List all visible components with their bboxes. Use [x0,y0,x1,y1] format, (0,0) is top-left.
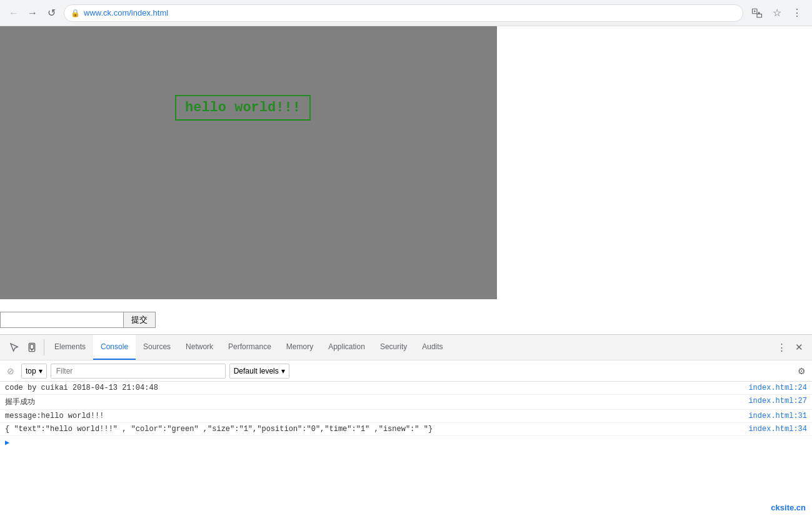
devtools-close-button[interactable]: ✕ [791,339,807,355]
devtools-panel: Elements Console Sources Network Perform… [0,334,812,449]
address-bar[interactable]: 🔒 www.ck.com/index.html [64,4,743,22]
tab-elements[interactable]: Elements [47,335,93,360]
tab-audits[interactable]: Audits [414,335,450,360]
bookmark-button[interactable]: ☆ [768,4,786,22]
device-toolbar-button[interactable] [24,339,40,355]
console-row-4-content: { "text":"hello world!!!" , "color":"gre… [5,425,743,434]
console-row-3-link[interactable]: index.html:31 [748,412,807,420]
console-row-4-link[interactable]: index.html:34 [748,425,807,434]
levels-label: Default levels [234,367,279,375]
tab-performance[interactable]: Performance [221,335,279,360]
devtools-more-button[interactable]: ⋮ [773,339,789,355]
tab-security[interactable]: Security [373,335,414,360]
console-prompt: ▶ [0,436,812,449]
inspect-element-button[interactable] [6,339,23,355]
tab-application[interactable]: Application [321,335,373,360]
console-row-2-content: 握手成功 [5,397,743,407]
url-path: index.html [131,8,168,17]
levels-dropdown[interactable]: Default levels ▾ [229,364,289,379]
prompt-arrow: ▶ [5,438,9,447]
console-row-3: message:hello world!!! index.html:31 [0,410,812,423]
svg-point-3 [31,349,32,350]
url-base: www.ck.com/ [84,8,131,17]
console-row-2: 握手成功 index.html:27 [0,395,812,410]
devtools-tabs: Elements Console Sources Network Perform… [47,335,451,360]
refresh-button[interactable]: ↺ [44,6,59,21]
console-row-1-link[interactable]: index.html:24 [748,384,807,392]
devtools-tab-actions: ⋮ ✕ [773,339,809,355]
context-label: top [26,367,36,375]
hello-world-display: hello world!!! [175,95,311,121]
lock-icon: 🔒 [71,9,80,17]
console-row-4: { "text":"hello world!!!" , "color":"gre… [0,423,812,436]
form-area: 提交 [0,299,812,334]
tab-sources[interactable]: Sources [136,335,178,360]
tab-memory[interactable]: Memory [279,335,321,360]
watermark: cksite.cn [771,503,806,512]
console-output: code by cuikai 2018-04-13 21:04:48 index… [0,382,812,449]
browser-actions: ☆ ⋮ [748,4,806,22]
forward-button[interactable]: → [25,6,40,21]
console-settings-button[interactable]: ⚙ [794,364,808,378]
watermark-text: cksite.cn [771,503,806,512]
devtools-toolbar: Elements Console Sources Network Perform… [0,335,812,360]
console-toolbar: ⊘ top ▾ Default levels ▾ ⚙ [0,360,812,382]
filter-input[interactable] [51,364,226,379]
context-dropdown[interactable]: top ▾ [21,364,47,379]
console-row-1: code by cuikai 2018-04-13 21:04:48 index… [0,382,812,395]
address-url: www.ck.com/index.html [84,8,168,17]
menu-button[interactable]: ⋮ [788,4,806,22]
clear-console-button[interactable]: ⊘ [4,364,18,378]
context-dropdown-arrow: ▾ [39,367,43,375]
tab-console[interactable]: Console [93,335,136,360]
canvas-viewport: hello world!!! [0,26,497,299]
console-row-1-content: code by cuikai 2018-04-13 21:04:48 [5,384,743,392]
svg-rect-2 [30,344,33,349]
browser-chrome: ← → ↺ 🔒 www.ck.com/index.html ☆ ⋮ [0,0,812,26]
page-content: hello world!!! 提交 [0,26,812,334]
console-row-2-link[interactable]: index.html:27 [748,397,807,405]
levels-dropdown-arrow: ▾ [281,367,285,375]
console-row-3-content: message:hello world!!! [5,412,743,420]
tab-network[interactable]: Network [178,335,221,360]
text-input[interactable] [0,312,124,328]
translate-button[interactable] [748,4,766,22]
submit-button[interactable]: 提交 [124,312,156,328]
nav-buttons: ← → ↺ [6,6,59,21]
devtools-icons [3,339,44,355]
back-button[interactable]: ← [6,6,21,21]
